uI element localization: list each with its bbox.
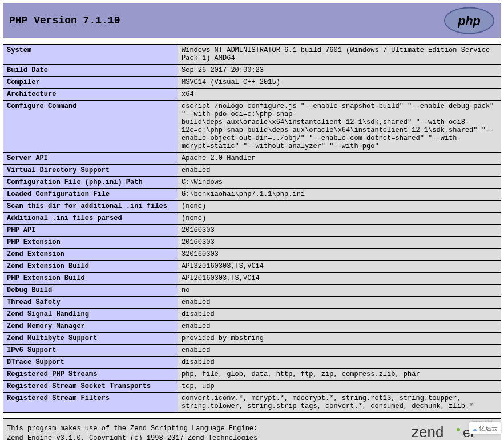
- info-label: Configure Command: [3, 101, 178, 153]
- info-value: convert.iconv.*, mcrypt.*, mdecrypt.*, s…: [178, 393, 501, 413]
- footer-line-1: This program makes use of the Zend Scrip…: [7, 424, 257, 434]
- info-label: System: [3, 45, 178, 65]
- table-row: Scan this dir for additional .ini files …: [3, 201, 501, 213]
- table-row: Architecturex64: [3, 89, 501, 101]
- yisu-badge-text: 亿速云: [479, 424, 498, 433]
- info-label: Thread Safety: [3, 297, 178, 309]
- info-value: enabled: [178, 297, 501, 309]
- table-row: IPv6 Supportenabled: [3, 345, 501, 357]
- info-label: Server API: [3, 153, 178, 165]
- info-label: IPv6 Support: [3, 345, 178, 357]
- svg-point-3: [457, 428, 460, 431]
- info-value: MSVC14 (Visual C++ 2015): [178, 77, 501, 89]
- cloud-icon: ☁: [473, 423, 477, 433]
- info-value: provided by mbstring: [178, 333, 501, 345]
- table-row: DTrace Supportdisabled: [3, 357, 501, 369]
- svg-text:php: php: [457, 14, 481, 28]
- info-label: Architecture: [3, 89, 178, 101]
- info-label: Registered Stream Socket Transports: [3, 381, 178, 393]
- info-value: API20160303,TS,VC14: [178, 273, 501, 285]
- table-row: Registered PHP Streamsphp, file, glob, d…: [3, 369, 501, 381]
- table-row: PHP Extension20160303: [3, 237, 501, 249]
- table-row: Thread Safetyenabled: [3, 297, 501, 309]
- table-row: Build DateSep 26 2017 20:00:23: [3, 65, 501, 77]
- info-value: cscript /nologo configure.js "--enable-s…: [178, 101, 501, 153]
- info-value: Windows NT ADMINISTRATOR 6.1 build 7601 …: [178, 45, 501, 65]
- table-row: Zend Memory Managerenabled: [3, 321, 501, 333]
- svg-text:zend: zend: [412, 423, 443, 440]
- info-value: G:\benxiaohai\php7.1.1\php.ini: [178, 189, 501, 201]
- table-row: Registered Stream Socket Transportstcp, …: [3, 381, 501, 393]
- info-value: C:\Windows: [178, 177, 501, 189]
- info-label: Zend Extension: [3, 249, 178, 261]
- info-label: Additional .ini files parsed: [3, 213, 178, 225]
- zend-footer: This program makes use of the Zend Scrip…: [3, 418, 501, 440]
- info-value: no: [178, 285, 501, 297]
- info-value: php, file, glob, data, http, ftp, zip, c…: [178, 369, 501, 381]
- info-label: PHP API: [3, 225, 178, 237]
- yisu-badge: ☁ 亿速云: [469, 422, 501, 434]
- table-row: Server APIApache 2.0 Handler: [3, 153, 501, 165]
- table-row: Zend Multibyte Supportprovided by mbstri…: [3, 333, 501, 345]
- info-label: DTrace Support: [3, 357, 178, 369]
- table-row: Additional .ini files parsed (none): [3, 213, 501, 225]
- info-value: enabled: [178, 321, 501, 333]
- info-label: PHP Extension: [3, 237, 178, 249]
- info-value: enabled: [178, 165, 501, 177]
- phpinfo-table: SystemWindows NT ADMINISTRATOR 6.1 build…: [3, 44, 501, 413]
- info-label: Scan this dir for additional .ini files: [3, 201, 178, 213]
- table-row: Zend Extension BuildAPI320160303,TS,VC14: [3, 261, 501, 273]
- info-label: Loaded Configuration File: [3, 189, 178, 201]
- info-value: disabled: [178, 357, 501, 369]
- info-value: API320160303,TS,VC14: [178, 261, 501, 273]
- zend-credits: This program makes use of the Zend Scrip…: [7, 424, 257, 440]
- php-logo-icon: php: [443, 7, 495, 34]
- table-row: Registered Stream Filtersconvert.iconv.*…: [3, 393, 501, 413]
- table-row: Debug Buildno: [3, 285, 501, 297]
- info-value: (none): [178, 213, 501, 225]
- info-value: Sep 26 2017 20:00:23: [178, 65, 501, 77]
- info-value: disabled: [178, 309, 501, 321]
- table-row: CompilerMSVC14 (Visual C++ 2015): [3, 77, 501, 89]
- table-row: Virtual Directory Supportenabled: [3, 165, 501, 177]
- info-value: Apache 2.0 Handler: [178, 153, 501, 165]
- info-label: Registered Stream Filters: [3, 393, 178, 413]
- info-label: Zend Memory Manager: [3, 321, 178, 333]
- info-label: Build Date: [3, 65, 178, 77]
- info-label: PHP Extension Build: [3, 273, 178, 285]
- info-label: Debug Build: [3, 285, 178, 297]
- info-label: Zend Multibyte Support: [3, 333, 178, 345]
- table-row: Zend Signal Handlingdisabled: [3, 309, 501, 321]
- table-row: Configuration File (php.ini) PathC:\Wind…: [3, 177, 501, 189]
- info-label: Zend Signal Handling: [3, 309, 178, 321]
- table-row: Configure Commandcscript /nologo configu…: [3, 101, 501, 153]
- info-value: 20160303: [178, 225, 501, 237]
- page-title: PHP Version 7.1.10: [3, 15, 120, 26]
- info-label: Compiler: [3, 77, 178, 89]
- info-label: Zend Extension Build: [3, 261, 178, 273]
- info-label: Registered PHP Streams: [3, 369, 178, 381]
- info-value: 320160303: [178, 249, 501, 261]
- info-value: 20160303: [178, 237, 501, 249]
- info-value: (none): [178, 201, 501, 213]
- info-label: Virtual Directory Support: [3, 165, 178, 177]
- table-row: PHP Extension BuildAPI20160303,TS,VC14: [3, 273, 501, 285]
- table-row: Loaded Configuration FileG:\benxiaohai\p…: [3, 189, 501, 201]
- table-row: SystemWindows NT ADMINISTRATOR 6.1 build…: [3, 45, 501, 65]
- table-row: PHP API20160303: [3, 225, 501, 237]
- footer-line-2: Zend Engine v3.1.0, Copyright (c) 1998-2…: [7, 434, 257, 440]
- info-value: enabled: [178, 345, 501, 357]
- info-value: x64: [178, 89, 501, 101]
- info-value: tcp, udp: [178, 381, 501, 393]
- info-label: Configuration File (php.ini) Path: [3, 177, 178, 189]
- phpinfo-header: PHP Version 7.1.10 php: [3, 3, 501, 38]
- table-row: Zend Extension320160303: [3, 249, 501, 261]
